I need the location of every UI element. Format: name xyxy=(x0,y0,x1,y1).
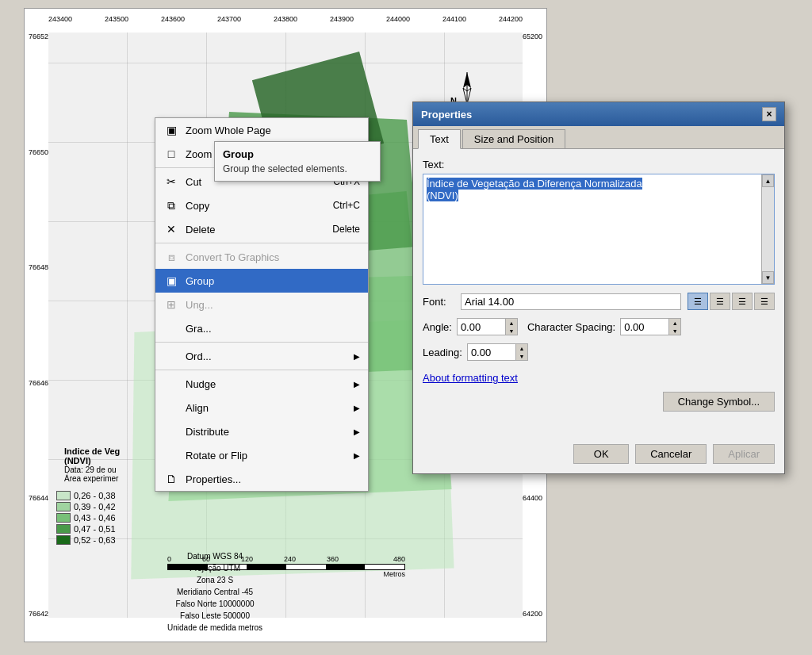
dialog-close-button[interactable]: × xyxy=(762,107,776,121)
align-right-btn[interactable]: ☰ xyxy=(732,293,753,310)
properties-dialog: Properties × Text Size and Position Text… xyxy=(412,102,785,474)
font-input[interactable] xyxy=(461,293,681,310)
leading-input[interactable] xyxy=(468,345,515,360)
menu-label-properties: Properties... xyxy=(186,473,360,485)
group-icon: ▣ xyxy=(163,273,179,289)
font-row: Font: ☰ ☰ ☰ ☰ xyxy=(423,293,775,310)
cut-icon: ✂ xyxy=(163,174,179,190)
menu-item-align[interactable]: Align ▶ xyxy=(155,396,368,419)
change-symbol-button[interactable]: Change Symbol... xyxy=(663,392,775,412)
char-spacing-down-btn[interactable]: ▼ xyxy=(669,327,680,335)
leading-spinner[interactable]: ▲ ▼ xyxy=(515,344,527,360)
menu-label-copy: Copy xyxy=(186,200,327,212)
angle-up-btn[interactable]: ▲ xyxy=(506,319,517,327)
legend-color-4 xyxy=(56,524,71,534)
leading-up-btn[interactable]: ▲ xyxy=(516,344,527,352)
distribute-icon xyxy=(163,423,179,439)
zoom-whole-page-icon: ▣ xyxy=(163,122,179,138)
tab-text[interactable]: Text xyxy=(418,129,461,149)
angle-input-group: ▲ ▼ xyxy=(457,318,518,335)
map-info: Datum WGS 84 Projeção UTM Zona 23 S Meri… xyxy=(167,550,262,634)
ok-button[interactable]: OK xyxy=(573,444,629,464)
dialog-body: Text: Índice de Vegetação da Diferença N… xyxy=(413,149,784,421)
legend-item-3: 0,43 - 0,46 xyxy=(56,513,116,523)
menu-label-convert-graphics: Convert To Graphics xyxy=(186,251,360,263)
menu-item-group[interactable]: ▣ Group xyxy=(155,269,368,293)
map-label-data: Data: 29 de ou xyxy=(64,465,120,474)
menu-item-rotate-flip[interactable]: Rotate or Flip ▶ xyxy=(155,443,368,467)
map-label: Indice de Veg (NDVI) Data: 29 de ou Área… xyxy=(64,446,120,483)
text-scrollbar[interactable]: ▲ ▼ xyxy=(761,174,774,284)
leading-down-btn[interactable]: ▼ xyxy=(516,352,527,360)
legend-color-3 xyxy=(56,513,71,523)
menu-item-delete[interactable]: ✕ Delete Delete xyxy=(155,217,368,241)
copy-icon: ⧉ xyxy=(163,197,179,213)
angle-input[interactable] xyxy=(458,320,505,335)
legend-item-4: 0,47 - 0,51 xyxy=(56,524,116,534)
nudge-arrow-icon: ▶ xyxy=(354,380,360,389)
menu-item-nudge[interactable]: Nudge ▶ xyxy=(155,372,368,396)
legend-color-1 xyxy=(56,491,71,500)
menu-item-zoom-whole-page[interactable]: ▣ Zoom Whole Page xyxy=(155,118,368,142)
char-spacing-group: Character Spacing: ▲ ▼ xyxy=(527,318,681,335)
close-icon: × xyxy=(766,109,772,120)
menu-label-order: Ord... xyxy=(186,350,350,362)
north-arrow-icon xyxy=(459,72,475,104)
north-arrow: N xyxy=(450,72,475,105)
tab-size-position[interactable]: Size and Position xyxy=(462,129,565,148)
scrollbar-up-btn[interactable]: ▲ xyxy=(762,174,774,187)
leading-group: Leading: ▲ ▼ xyxy=(423,343,528,361)
formatting-link[interactable]: About formatting text xyxy=(423,372,775,384)
char-spacing-spinner[interactable]: ▲ ▼ xyxy=(668,319,680,335)
legend-label-5: 0,52 - 0,63 xyxy=(74,535,116,545)
menu-item-distribute[interactable]: Distribute ▶ xyxy=(155,419,368,443)
properties-icon: 🗋 xyxy=(163,471,179,487)
menu-item-properties[interactable]: 🗋 Properties... xyxy=(155,467,368,491)
rotate-icon xyxy=(163,447,179,463)
text-area-container[interactable]: Índice de Vegetação da Diferença Normali… xyxy=(423,174,775,285)
angle-group: Angle: ▲ ▼ xyxy=(423,318,518,335)
scrollbar-down-btn[interactable]: ▼ xyxy=(762,271,774,284)
map-label-title: Indice de Veg xyxy=(64,446,120,456)
angle-down-btn[interactable]: ▼ xyxy=(506,327,517,335)
submenu-tooltip-description: Group the selected elements. xyxy=(223,163,372,174)
menu-item-copy[interactable]: ⧉ Copy Ctrl+C xyxy=(155,193,368,217)
map-label-area: Área experimer xyxy=(64,474,120,483)
submenu-tooltip: Group Group the selected elements. xyxy=(214,141,381,182)
text-area-content[interactable]: Índice de Vegetação da Diferença Normali… xyxy=(423,174,760,284)
submenu-tooltip-title: Group xyxy=(223,148,372,160)
menu-separator-2 xyxy=(155,243,368,243)
char-spacing-input[interactable] xyxy=(621,320,668,335)
nudge-icon xyxy=(163,376,179,392)
menu-item-order[interactable]: Ord... ▶ xyxy=(155,344,368,368)
menu-label-nudge: Nudge xyxy=(186,378,350,390)
char-spacing-input-group: ▲ ▼ xyxy=(620,318,681,335)
legend-label-3: 0,43 - 0,46 xyxy=(74,513,116,523)
dialog-title-bar: Properties × xyxy=(413,102,784,126)
align-justify-btn[interactable]: ☰ xyxy=(754,293,775,310)
menu-separator-3 xyxy=(155,342,368,343)
apply-button: Aplicar xyxy=(713,444,775,464)
align-center-btn[interactable]: ☰ xyxy=(710,293,730,310)
menu-label-rotate-flip: Rotate or Flip xyxy=(186,450,350,462)
angle-label: Angle: xyxy=(423,321,452,333)
menu-item-gra[interactable]: Gra... xyxy=(155,316,368,340)
leading-row: Leading: ▲ ▼ xyxy=(423,343,775,361)
leading-label: Leading: xyxy=(423,347,462,358)
menu-label-group: Group xyxy=(186,275,360,287)
legend: 0,26 - 0,38 0,39 - 0,42 0,43 - 0,46 0,47… xyxy=(56,489,116,546)
menu-shortcut-copy: Ctrl+C xyxy=(333,200,360,211)
align-arrow-icon: ▶ xyxy=(354,404,360,412)
angle-charspacing-row: Angle: ▲ ▼ Character Spacing: ▲ ▼ xyxy=(423,318,775,335)
legend-color-2 xyxy=(56,502,71,511)
cancel-button[interactable]: Cancelar xyxy=(635,444,707,464)
legend-item-5: 0,52 - 0,63 xyxy=(56,535,116,545)
char-spacing-up-btn[interactable]: ▲ xyxy=(669,319,680,327)
scrollbar-thumb[interactable] xyxy=(762,187,774,271)
menu-item-convert-graphics: ⧈ Convert To Graphics xyxy=(155,245,368,269)
map-label-ndvi: (NDVI) xyxy=(64,456,120,465)
angle-spinner[interactable]: ▲ ▼ xyxy=(505,319,517,335)
convert-graphics-icon: ⧈ xyxy=(163,249,179,265)
align-left-btn[interactable]: ☰ xyxy=(688,293,708,310)
order-arrow-icon: ▶ xyxy=(354,352,360,361)
